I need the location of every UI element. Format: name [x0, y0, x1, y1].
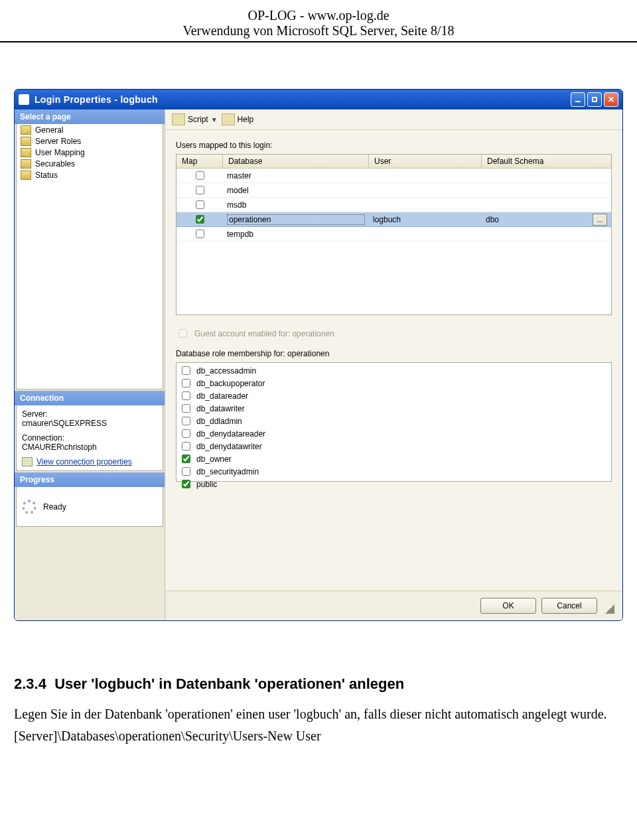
table-row[interactable]: master [177, 169, 611, 183]
resize-grip[interactable] [605, 604, 614, 614]
page-icon [21, 137, 31, 146]
connection-value: CMAURER\christoph [22, 443, 157, 452]
script-button[interactable]: Script ▼ [172, 113, 218, 125]
table-row[interactable]: model [177, 183, 611, 198]
close-button[interactable]: ✕ [604, 92, 618, 107]
script-icon [172, 113, 185, 125]
grid-header: Map Database User Default Schema [177, 155, 611, 169]
page-icon [21, 159, 31, 169]
spinner-icon [22, 500, 36, 514]
guest-account-row: Guest account enabled for: operationen [176, 327, 612, 340]
mapped-users-label: Users mapped to this login: [176, 141, 612, 150]
toolbar: Script ▼ Help [165, 109, 622, 130]
table-row[interactable]: operationenlogbuchdbo... [177, 212, 611, 227]
role-item[interactable]: public [178, 478, 610, 490]
page-icon [21, 148, 31, 157]
script-label: Script [188, 115, 208, 124]
help-button[interactable]: Help [222, 113, 254, 125]
table-row[interactable]: tempdb [177, 227, 611, 242]
role-item[interactable]: db_ddladmin [178, 415, 610, 427]
chevron-down-icon: ▼ [211, 116, 218, 123]
select-page-header: Select a page [15, 109, 165, 124]
role-name: db_denydatawriter [196, 442, 262, 451]
page-label: User Mapping [35, 148, 85, 157]
server-label: Server: [22, 409, 157, 419]
page-label: Securables [35, 159, 75, 169]
role-item[interactable]: db_denydatawriter [178, 440, 610, 453]
map-checkbox[interactable] [196, 171, 204, 180]
user-cell: logbuch [369, 215, 482, 224]
page-securables[interactable]: Securables [17, 158, 163, 169]
page-status[interactable]: Status [17, 169, 163, 180]
role-checkbox[interactable] [182, 467, 190, 476]
role-item[interactable]: db_owner [178, 453, 610, 465]
user-mapping-grid: Map Database User Default Schema masterm… [176, 154, 612, 315]
header-line1: OP-LOG - www.op-log.de [0, 8, 637, 23]
role-checkbox[interactable] [182, 429, 190, 438]
section-number: 2.3.4 [14, 675, 46, 692]
role-checkbox[interactable] [182, 442, 190, 451]
db-cell: tempdb [223, 230, 369, 239]
paragraph-1: Legen Sie in der Datenbank 'operationen'… [14, 706, 623, 723]
paragraph-2: [Server]\Databases\operationen\Security\… [14, 728, 623, 744]
page-list: General Server Roles User Mapping Secura… [16, 124, 163, 389]
role-checkbox[interactable] [182, 404, 190, 413]
cancel-button[interactable]: Cancel [541, 598, 597, 614]
role-name: db_owner [196, 455, 232, 464]
view-connection-link[interactable]: View connection properties [22, 457, 157, 466]
window-title: Login Properties - logbuch [35, 94, 569, 105]
close-icon: ✕ [608, 95, 614, 104]
col-user[interactable]: User [369, 155, 482, 168]
role-item[interactable]: db_datareader [178, 389, 610, 402]
role-checkbox[interactable] [182, 417, 190, 425]
guest-checkbox [178, 329, 187, 338]
ok-button[interactable]: OK [480, 598, 536, 614]
role-checkbox[interactable] [182, 455, 190, 463]
col-schema[interactable]: Default Schema [482, 155, 611, 168]
titlebar[interactable]: Login Properties - logbuch ✕ [15, 90, 622, 109]
page-label: Status [35, 171, 58, 180]
minimize-icon [575, 101, 581, 102]
map-checkbox[interactable] [196, 186, 204, 194]
role-item[interactable]: db_denydatareader [178, 427, 610, 440]
col-map[interactable]: Map [177, 155, 223, 168]
server-value: cmaurer\SQLEXPRESS [22, 419, 157, 428]
role-checkbox[interactable] [182, 379, 190, 387]
map-checkbox[interactable] [196, 215, 204, 224]
guest-label: Guest account enabled for: operationen [194, 329, 334, 338]
role-name: db_backupoperator [196, 379, 265, 388]
role-item[interactable]: db_backupoperator [178, 377, 610, 389]
connection-header: Connection [15, 391, 165, 405]
table-row[interactable]: msdb [177, 198, 611, 212]
section-title: User 'logbuch' in Datenbank 'operationen… [54, 675, 404, 692]
col-database[interactable]: Database [223, 155, 369, 168]
header-line2: Verwendung von Microsoft SQL Server, Sei… [0, 23, 637, 38]
role-item[interactable]: db_accessadmin [178, 364, 610, 377]
button-row: OK Cancel [165, 591, 622, 620]
role-checkbox[interactable] [182, 391, 190, 400]
maximize-icon [592, 97, 597, 102]
role-name: db_datawriter [196, 404, 245, 413]
page-user-mapping[interactable]: User Mapping [17, 147, 163, 158]
role-checkbox[interactable] [182, 366, 190, 375]
view-link-text: View connection properties [36, 457, 132, 466]
app-icon [19, 94, 29, 105]
db-cell: model [223, 186, 369, 195]
minimize-button[interactable] [571, 92, 585, 107]
db-cell: master [223, 171, 369, 180]
connection-panel: Server: cmaurer\SQLEXPRESS Connection: C… [16, 405, 163, 471]
doc-header: OP-LOG - www.op-log.de Verwendung von Mi… [0, 0, 637, 42]
section-heading: 2.3.4 User 'logbuch' in Datenbank 'opera… [14, 675, 623, 693]
map-checkbox[interactable] [196, 200, 204, 209]
maximize-button[interactable] [587, 92, 602, 107]
page-server-roles[interactable]: Server Roles [17, 135, 163, 147]
properties-icon [22, 457, 33, 466]
role-checkbox[interactable] [182, 480, 190, 488]
connection-label: Connection: [22, 433, 157, 443]
page-general[interactable]: General [17, 124, 163, 135]
role-item[interactable]: db_securityadmin [178, 465, 610, 478]
schema-browse-button[interactable]: ... [593, 214, 607, 226]
map-checkbox[interactable] [196, 230, 204, 238]
role-name: db_securityadmin [196, 467, 259, 476]
role-item[interactable]: db_datawriter [178, 402, 610, 415]
